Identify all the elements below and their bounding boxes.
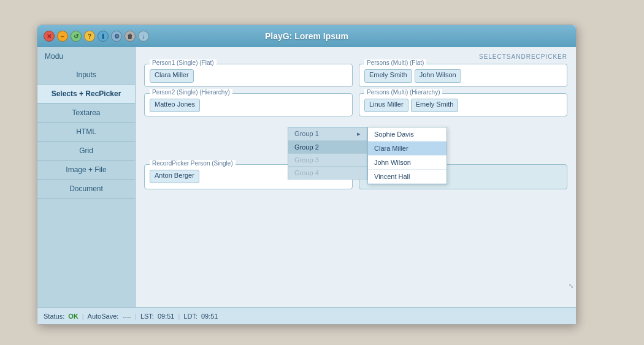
dropdown-group3[interactable]: Group 3	[288, 154, 367, 167]
matteo-jones-tag[interactable]: Matteo Jones	[150, 99, 200, 112]
persons-multi-hierarchy-label: Persons (Multi) (Hierarchy)	[364, 89, 442, 96]
person1-single-flat-value: Clara Miller	[150, 69, 347, 83]
person2-single-hierarchy-label: Person2 (Single) (Hierarchy)	[150, 89, 232, 96]
john-wilson-tag[interactable]: John Wilson	[415, 69, 461, 83]
info-button[interactable]: ℹ	[98, 31, 109, 42]
status-label: Status:	[44, 313, 64, 320]
dropdown-group1[interactable]: Group 1 ▸	[288, 127, 367, 141]
persons-multi-flat-label: Persons (Multi) (Flat)	[364, 59, 426, 66]
title-bar: ✕ − ↺ ? ℹ ⚙ 🗑 ↓ PlayG: Lorem Ipsum	[37, 25, 576, 47]
sidebar-item-html[interactable]: HTML	[37, 123, 135, 142]
fields-row2: Person2 (Single) (Hierarchy) Matteo Jone…	[144, 93, 567, 116]
content-area: SELECTSANDRECPICKER Person1 (Single) (Fl…	[136, 47, 576, 307]
dropdown-groups: Group 1 ▸ Group 2 Group 3 Group 4	[288, 127, 367, 180]
down-button[interactable]: ↓	[138, 31, 149, 42]
settings-button[interactable]: ⚙	[111, 31, 122, 42]
persons-multi-hierarchy-values: Linus Miller Emely Smith	[364, 99, 562, 112]
main-layout: Modu Inputs Selects + RecPicker Textarea…	[37, 47, 576, 307]
sidebar-item-grid[interactable]: Grid	[37, 142, 135, 161]
close-button[interactable]: ✕	[44, 31, 55, 42]
persons-multi-hierarchy-input[interactable]	[461, 99, 485, 112]
person2-single-hierarchy-field: Person2 (Single) (Hierarchy) Matteo Jone…	[144, 93, 353, 116]
person1-single-flat-label: Person1 (Single) (Flat)	[150, 59, 217, 66]
ldt-label: LDT:	[183, 313, 197, 320]
persons-multi-flat-values: Emely Smith John Wilson	[364, 69, 562, 83]
sidebar-item-textarea[interactable]: Textarea	[37, 104, 135, 123]
list-item-clara[interactable]: Clara Miller	[368, 142, 447, 156]
title-bar-buttons: ✕ − ↺ ? ℹ ⚙ 🗑 ↓	[44, 31, 149, 42]
resize-handle[interactable]: ⤡	[569, 282, 576, 290]
sidebar-item-selects[interactable]: Selects + RecPicker	[37, 85, 135, 104]
persons-multi-flat-field: Persons (Multi) (Flat) Emely Smith John …	[359, 64, 567, 87]
fields-row1: Person1 (Single) (Flat) Clara Miller Per…	[144, 64, 567, 87]
ldt-value: 09:51	[201, 313, 218, 320]
list-item-sophie[interactable]: Sophie Davis	[368, 127, 447, 142]
linus-miller-tag[interactable]: Linus Miller	[364, 99, 408, 112]
autosave-label: AutoSave:	[88, 313, 119, 320]
persons-multi-hierarchy-field: Persons (Multi) (Hierarchy) Linus Miller…	[359, 93, 567, 116]
dropdown-group2[interactable]: Group 2	[288, 141, 367, 154]
sidebar-item-image-file[interactable]: Image + File	[37, 161, 135, 180]
list-item-john[interactable]: John Wilson	[368, 156, 447, 170]
trash-button[interactable]: 🗑	[125, 31, 136, 42]
help-button[interactable]: ?	[84, 31, 95, 42]
status-bar: Status: OK | AutoSave: ---- | LST: 09:51…	[37, 307, 576, 324]
person1-single-flat-field: Person1 (Single) (Flat) Clara Miller	[144, 64, 353, 87]
app-window: ✕ − ↺ ? ℹ ⚙ 🗑 ↓ PlayG: Lorem Ipsum Modu …	[37, 25, 577, 325]
recpicker-person-single-label: RecordPicker Person (Single)	[150, 160, 236, 167]
emely-smith-tag[interactable]: Emely Smith	[364, 69, 412, 83]
autosave-value: ----	[122, 313, 131, 320]
lst-label: LST:	[140, 313, 154, 320]
dropdown-groups-wrapper: Group 1 ▸ Group 2 Group 3 Group 4 Sophie…	[288, 127, 496, 180]
sidebar: Modu Inputs Selects + RecPicker Textarea…	[37, 47, 136, 307]
sidebar-item-document[interactable]: Document	[37, 180, 135, 199]
sidebar-module-label[interactable]: Modu	[37, 47, 135, 66]
window-title: PlayG: Lorem Ipsum	[265, 31, 348, 41]
person2-single-hierarchy-value: Matteo Jones	[150, 99, 347, 112]
status-value: OK	[68, 313, 79, 320]
anton-berger-tag[interactable]: Anton Berger	[150, 170, 199, 183]
group1-arrow: ▸	[357, 130, 361, 138]
lst-value: 09:51	[158, 313, 175, 320]
list-item-vincent[interactable]: Vincent Hall	[368, 170, 447, 184]
refresh-button[interactable]: ↺	[71, 31, 82, 42]
minimize-button[interactable]: −	[57, 31, 68, 42]
emely-smith-hierarchy-tag[interactable]: Emely Smith	[411, 99, 459, 112]
sidebar-item-inputs[interactable]: Inputs	[37, 66, 135, 85]
person1-tag[interactable]: Clara Miller	[150, 69, 194, 83]
dropdown-list: Sophie Davis Clara Miller John Wilson Vi…	[367, 127, 447, 184]
dropdown-group4[interactable]: Group 4	[288, 167, 367, 180]
dropdown-container: Group 1 ▸ Group 2 Group 3 Group 4 Sophie…	[288, 127, 496, 180]
